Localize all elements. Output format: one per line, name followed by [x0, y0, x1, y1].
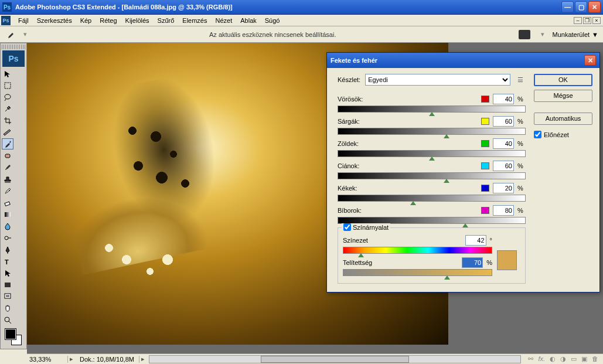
hue-label: Színezet — [343, 237, 384, 244]
doc-minimize-button[interactable]: – — [574, 17, 582, 24]
tool-heal[interactable] — [2, 150, 13, 161]
chevron-down-icon: ▼ — [592, 31, 598, 38]
doc-restore-button[interactable]: ❐ — [583, 17, 591, 24]
tool-marquee[interactable] — [2, 80, 13, 91]
status-bar: 33,33% ▸ Dok.: 10,8M/10,8M ▸ ⚯ fx. ◐ ◑ ▭… — [27, 353, 603, 364]
current-tool-icon[interactable] — [5, 29, 16, 40]
tool-stamp[interactable] — [2, 174, 13, 185]
ps-logo-icon: Ps — [2, 50, 25, 67]
tool-eyedropper[interactable] — [2, 138, 13, 149]
channel-value-input[interactable] — [493, 183, 514, 193]
channel-swatch — [481, 140, 489, 147]
tint-color-swatch[interactable] — [497, 250, 517, 270]
svg-rect-3 — [5, 212, 11, 217]
horizontal-scrollbar[interactable] — [149, 355, 521, 363]
menu-filter[interactable]: Szűrő — [154, 16, 179, 25]
svg-text:T: T — [5, 258, 9, 266]
zoom-field[interactable]: 33,33% — [27, 356, 68, 363]
tool-eraser[interactable] — [2, 197, 13, 208]
workspace-label: Munkaterület — [553, 31, 590, 38]
hue-unit: ° — [490, 237, 492, 244]
chevron-right-icon[interactable]: ▸ — [68, 355, 75, 363]
channel-slider[interactable] — [338, 128, 526, 135]
dialog-titlebar[interactable]: Fekete és fehér ✕ — [327, 53, 599, 68]
svg-rect-0 — [5, 83, 11, 89]
trash-icon[interactable]: 🗑 — [592, 355, 598, 363]
preview-checkbox[interactable] — [534, 131, 541, 138]
preset-label: Készlet: — [338, 76, 360, 83]
channel-value-input[interactable] — [493, 116, 514, 127]
channel-value-input[interactable] — [493, 138, 514, 149]
mask-icon[interactable]: ◐ — [550, 355, 556, 363]
close-button[interactable]: ✕ — [588, 1, 601, 13]
new-layer-icon[interactable]: ▣ — [581, 355, 587, 363]
channel-label: Bíborok: — [338, 207, 478, 214]
ok-button[interactable]: OK — [534, 74, 592, 86]
channel-value-input[interactable] — [493, 161, 514, 171]
tool-pen[interactable] — [2, 244, 13, 255]
channel-value-input[interactable] — [493, 205, 514, 216]
bridge-icon[interactable] — [519, 30, 530, 39]
workspace-picker[interactable]: Munkaterület ▼ — [553, 31, 598, 38]
tool-notes[interactable] — [2, 291, 13, 302]
menu-edit[interactable]: Szerkesztés — [33, 16, 76, 25]
cancel-button[interactable]: Mégse — [534, 90, 592, 102]
channel-5: Bíborok:% — [338, 205, 526, 224]
toolbox-grip[interactable] — [2, 45, 25, 49]
menu-analysis[interactable]: Elemzés — [178, 16, 211, 25]
percent-label: % — [517, 185, 526, 192]
channel-slider[interactable] — [338, 195, 526, 202]
folder-icon[interactable]: ▭ — [571, 355, 577, 363]
tool-lasso[interactable] — [2, 91, 13, 103]
saturation-input[interactable] — [462, 257, 483, 268]
menu-view[interactable]: Nézet — [212, 16, 237, 25]
maximize-button[interactable]: ▢ — [575, 1, 587, 13]
channel-label: Ciánok: — [338, 162, 478, 169]
saturation-slider[interactable] — [343, 269, 492, 276]
tint-checkbox[interactable] — [343, 223, 351, 231]
tool-hand[interactable] — [2, 302, 13, 314]
menu-image[interactable]: Kép — [76, 16, 96, 25]
tool-blur[interactable] — [2, 220, 13, 232]
doc-close-button[interactable]: × — [592, 17, 601, 24]
channel-value-input[interactable] — [493, 94, 514, 104]
layers-footer-icons: ⚯ fx. ◐ ◑ ▭ ▣ 🗑 — [523, 355, 603, 363]
percent-label: % — [517, 207, 526, 214]
percent-label: % — [517, 118, 526, 125]
menu-layer[interactable]: Réteg — [96, 16, 121, 25]
tool-magic-wand[interactable] — [2, 103, 13, 114]
adjustment-icon[interactable]: ◑ — [560, 355, 566, 363]
tool-crop[interactable] — [2, 115, 13, 126]
auto-button[interactable]: Automatikus — [534, 113, 592, 125]
tool-shape[interactable] — [2, 279, 13, 290]
foreground-swatch[interactable] — [5, 329, 16, 339]
fx-icon[interactable]: fx. — [538, 355, 545, 363]
tool-zoom[interactable] — [2, 314, 13, 325]
menu-bar: Ps Fájl Szerkesztés Kép Réteg Kijelölés … — [0, 15, 603, 26]
dialog-close-button[interactable]: ✕ — [584, 55, 596, 66]
tool-gradient[interactable] — [2, 209, 13, 220]
color-swatches[interactable] — [2, 328, 25, 348]
tool-brush[interactable] — [2, 162, 13, 173]
tool-dodge[interactable] — [2, 232, 13, 243]
tool-slice[interactable] — [2, 127, 13, 138]
tool-path-select[interactable] — [2, 267, 13, 278]
preset-select[interactable]: Egyedi — [365, 74, 510, 86]
menu-window[interactable]: Ablak — [236, 16, 261, 25]
channel-slider[interactable] — [338, 150, 526, 157]
hue-slider[interactable] — [343, 247, 492, 254]
link-icon[interactable]: ⚯ — [528, 355, 533, 363]
chevron-right-icon[interactable]: ▸ — [139, 355, 147, 363]
preset-menu-icon[interactable]: ☰ — [515, 76, 526, 84]
menu-file[interactable]: Fájl — [14, 16, 33, 25]
channel-slider[interactable] — [338, 172, 526, 179]
tool-move[interactable] — [2, 68, 13, 79]
tool-type[interactable]: T — [2, 256, 13, 267]
channel-slider[interactable] — [338, 106, 526, 113]
hue-input[interactable] — [465, 235, 486, 246]
tool-history-brush[interactable] — [2, 185, 13, 196]
menu-help[interactable]: Súgó — [261, 16, 284, 25]
percent-label: % — [517, 162, 526, 169]
minimize-button[interactable]: — — [561, 1, 574, 13]
menu-select[interactable]: Kijelölés — [121, 16, 154, 25]
